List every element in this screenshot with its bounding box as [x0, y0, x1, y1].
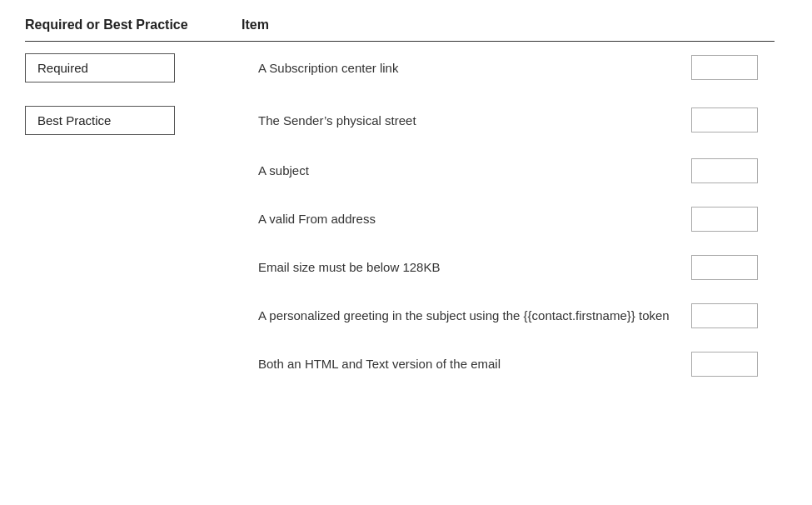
row-checkbox[interactable]: [691, 255, 758, 280]
checkbox-cell: [675, 207, 775, 232]
table-row: Both an HTML and Text version of the ema…: [25, 340, 775, 388]
row-checkbox[interactable]: [691, 55, 758, 80]
checkbox-cell: [675, 255, 775, 280]
checkbox-cell: [675, 55, 775, 80]
row-checkbox[interactable]: [691, 207, 758, 232]
table-body: RequiredA Subscription center linkBest P…: [25, 42, 775, 388]
label-box: Required: [25, 53, 175, 82]
header-col2: Item: [242, 17, 675, 34]
item-text: Both an HTML and Text version of the ema…: [242, 355, 675, 372]
item-text: A personalized greeting in the subject u…: [242, 307, 675, 324]
row-checkbox[interactable]: [691, 108, 758, 132]
table-row: A subject: [25, 147, 775, 195]
table-row: RequiredA Subscription center link: [25, 42, 775, 94]
item-text: A valid From address: [242, 210, 675, 228]
checkbox-cell: [675, 108, 775, 132]
checklist-table: Required or Best Practice Item RequiredA…: [25, 17, 775, 388]
checkbox-cell: [675, 303, 775, 328]
row-checkbox[interactable]: [691, 303, 758, 328]
table-row: Best PracticeThe Sender’s physical stree…: [25, 94, 775, 147]
table-header: Required or Best Practice Item: [25, 17, 775, 42]
header-col3: [675, 17, 775, 34]
label-cell: Best Practice: [25, 106, 242, 135]
item-text: Email size must be below 128KB: [242, 258, 675, 276]
row-checkbox[interactable]: [691, 158, 758, 183]
table-row: A personalized greeting in the subject u…: [25, 292, 775, 340]
item-text: A subject: [242, 162, 675, 179]
row-checkbox[interactable]: [691, 352, 758, 377]
checkbox-cell: [675, 158, 775, 183]
label-cell: Required: [25, 53, 242, 82]
item-text: The Sender’s physical street: [242, 112, 675, 129]
table-row: Email size must be below 128KB: [25, 243, 775, 292]
item-text: A Subscription center link: [242, 59, 675, 77]
checkbox-cell: [675, 352, 775, 377]
label-box: Best Practice: [25, 106, 175, 135]
header-col1: Required or Best Practice: [25, 17, 242, 34]
table-row: A valid From address: [25, 195, 775, 243]
